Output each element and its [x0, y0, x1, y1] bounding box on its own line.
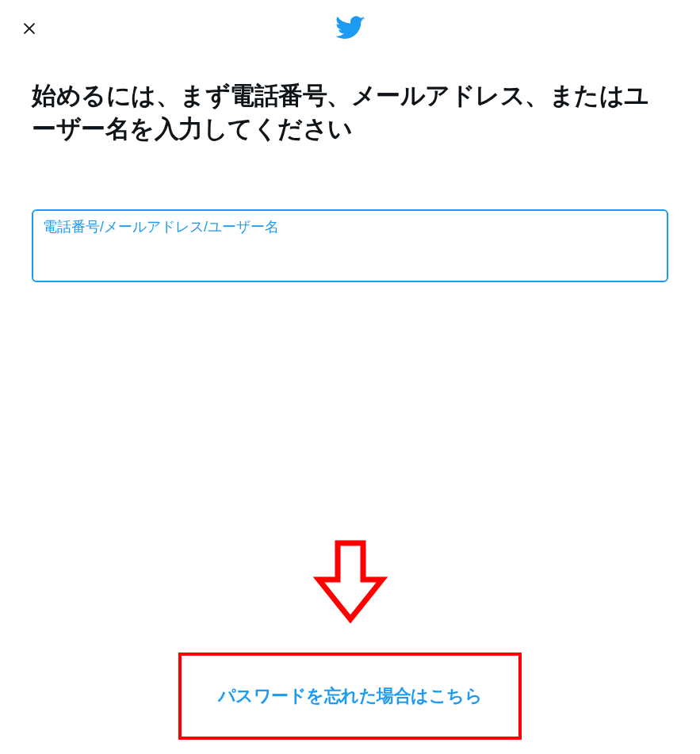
identifier-input[interactable]: [43, 239, 657, 262]
modal-header: [0, 0, 700, 55]
twitter-logo-icon: [335, 13, 365, 43]
identifier-label: 電話番号/メールアドレス/ユーザー名: [43, 219, 657, 236]
forgot-password-link[interactable]: パスワードを忘れた場合はこちら: [218, 686, 483, 706]
page-title: 始めるには、まず電話番号、メールアドレス、またはユーザー名を入力してください: [32, 79, 668, 146]
footer-area: パスワードを忘れた場合はこちら: [0, 540, 700, 754]
close-icon: [21, 20, 38, 40]
annotation-arrow-icon: [312, 540, 388, 629]
modal-content: 始めるには、まず電話番号、メールアドレス、またはユーザー名を入力してください 電…: [0, 55, 700, 282]
annotation-highlight-box: パスワードを忘れた場合はこちら: [178, 653, 522, 740]
close-button[interactable]: [16, 16, 43, 43]
identifier-field-wrapper[interactable]: 電話番号/メールアドレス/ユーザー名: [32, 209, 668, 282]
